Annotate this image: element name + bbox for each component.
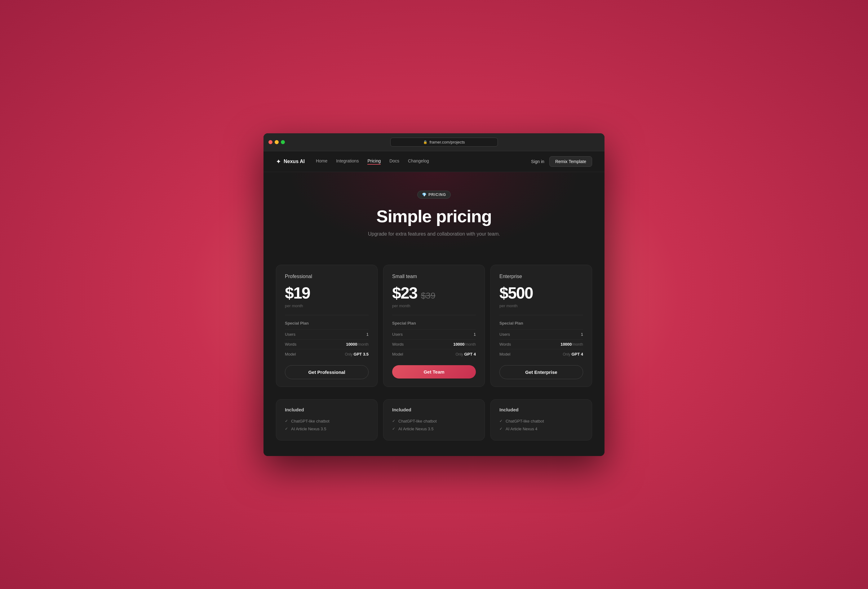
special-plan-label-0: Special Plan	[285, 321, 369, 326]
special-plan-label-1: Special Plan	[392, 321, 476, 326]
feature-users-2: Users 1	[499, 329, 583, 339]
included-professional: Included ✓ ChatGPT-like chatbot ✓ AI Art…	[276, 399, 378, 440]
plan-price-professional: $19	[285, 283, 310, 302]
feature-model-1: Model Only GPT 4	[392, 349, 476, 359]
check-icon: ✓	[285, 419, 288, 423]
included-item-2-0: ✓ ChatGPT-like chatbot	[499, 417, 583, 425]
included-title-2: Included	[499, 407, 583, 412]
cta-professional[interactable]: Get Professional	[285, 365, 369, 379]
included-item-text-0-1: AI Article Nexus 3.5	[291, 427, 326, 431]
plan-price-row-small-team: $23 $39	[392, 283, 476, 302]
browser-window: 🔒 framer.com/projects ✦ Nexus AI Home In…	[264, 133, 604, 456]
check-icon: ✓	[499, 419, 502, 423]
users-label-1: Users	[392, 332, 403, 337]
plan-small-team: Small team $23 $39 per month Special Pla…	[383, 265, 485, 387]
included-item-text-1-1: AI Article Nexus 3.5	[399, 427, 433, 431]
words-label-0: Words	[285, 342, 296, 347]
included-enterprise: Included ✓ ChatGPT-like chatbot ✓ AI Art…	[490, 399, 592, 440]
model-value-0: Only GPT 3.5	[345, 352, 369, 356]
included-cards: Included ✓ ChatGPT-like chatbot ✓ AI Art…	[276, 399, 592, 440]
nav-home[interactable]: Home	[316, 158, 327, 165]
plan-price-original-small-team: $39	[421, 291, 435, 301]
check-icon: ✓	[499, 427, 502, 431]
nav-links: Home Integrations Pricing Docs Changelog	[316, 158, 531, 165]
cta-small-team[interactable]: Get Team	[392, 365, 476, 378]
included-small-team: Included ✓ ChatGPT-like chatbot ✓ AI Art…	[383, 399, 485, 440]
plan-name-enterprise: Enterprise	[499, 274, 583, 279]
included-item-0-1: ✓ AI Article Nexus 3.5	[285, 425, 369, 433]
plan-period-professional: per month	[285, 304, 369, 308]
words-value-1: 10000/month	[453, 342, 476, 347]
url-text: framer.com/projects	[430, 140, 465, 145]
plan-price-enterprise: $500	[499, 283, 533, 302]
included-item-text-2-1: AI Article Nexus 4	[506, 427, 537, 431]
included-item-1-0: ✓ ChatGPT-like chatbot	[392, 417, 476, 425]
maximize-button[interactable]	[281, 140, 285, 144]
plan-period-enterprise: per month	[499, 304, 583, 308]
users-value-2: 1	[581, 332, 583, 337]
feature-words-0: Words 10000/month	[285, 339, 369, 349]
pricing-cards: Professional $19 per month Special Plan …	[276, 265, 592, 387]
plan-period-small-team: per month	[392, 304, 476, 308]
feature-model-0: Model Only GPT 3.5	[285, 349, 369, 359]
users-value-0: 1	[366, 332, 369, 337]
plan-name-small-team: Small team	[392, 274, 476, 279]
check-icon: ✓	[392, 419, 395, 423]
feature-model-2: Model Only GPT 4	[499, 349, 583, 359]
hero-subtitle: Upgrade for extra features and collabora…	[276, 231, 592, 237]
close-button[interactable]	[269, 140, 273, 144]
included-item-0-0: ✓ ChatGPT-like chatbot	[285, 417, 369, 425]
nav-docs[interactable]: Docs	[389, 158, 399, 165]
users-value-1: 1	[474, 332, 476, 337]
plan-price-row-enterprise: $500	[499, 283, 583, 302]
included-item-text-2-0: ChatGPT-like chatbot	[506, 419, 544, 424]
nav-actions: Sign in Remix Template	[531, 156, 592, 167]
check-icon: ✓	[392, 427, 395, 431]
plan-professional: Professional $19 per month Special Plan …	[276, 265, 378, 387]
words-label-2: Words	[499, 342, 511, 347]
hero-title: Simple pricing	[276, 206, 592, 226]
users-label-0: Users	[285, 332, 295, 337]
nav-changelog[interactable]: Changelog	[408, 158, 429, 165]
logo[interactable]: ✦ Nexus AI	[276, 158, 305, 165]
included-item-2-1: ✓ AI Article Nexus 4	[499, 425, 583, 433]
badge-text: PRICING	[428, 192, 446, 197]
model-label-1: Model	[392, 352, 403, 356]
model-value-1: Only GPT 4	[455, 352, 476, 356]
users-label-2: Users	[499, 332, 510, 337]
hero-section: 💎 PRICING Simple pricing Upgrade for ext…	[264, 172, 604, 265]
feature-users-1: Users 1	[392, 329, 476, 339]
included-item-text-0-0: ChatGPT-like chatbot	[291, 419, 329, 424]
cta-enterprise[interactable]: Get Enterprise	[499, 365, 583, 379]
included-item-1-1: ✓ AI Article Nexus 3.5	[392, 425, 476, 433]
model-label-2: Model	[499, 352, 510, 356]
included-section: Included ✓ ChatGPT-like chatbot ✓ AI Art…	[264, 399, 604, 456]
nav-integrations[interactable]: Integrations	[336, 158, 359, 165]
logo-icon: ✦	[276, 158, 281, 165]
model-value-2: Only GPT 4	[562, 352, 583, 356]
special-plan-label-2: Special Plan	[499, 321, 583, 326]
remix-button[interactable]: Remix Template	[549, 156, 592, 167]
plan-enterprise: Enterprise $500 per month Special Plan U…	[490, 265, 592, 387]
plan-price-row-professional: $19	[285, 283, 369, 302]
minimize-button[interactable]	[275, 140, 279, 144]
nav-pricing[interactable]: Pricing	[368, 158, 381, 165]
url-bar[interactable]: 🔒 framer.com/projects	[390, 138, 497, 147]
words-value-0: 10000/month	[346, 342, 369, 347]
lock-icon: 🔒	[423, 140, 428, 144]
plan-name-professional: Professional	[285, 274, 369, 279]
browser-chrome: 🔒 framer.com/projects	[264, 133, 604, 151]
feature-words-1: Words 10000/month	[392, 339, 476, 349]
plan-price-small-team: $23	[392, 283, 417, 302]
pricing-section: Professional $19 per month Special Plan …	[264, 265, 604, 399]
included-title-0: Included	[285, 407, 369, 412]
check-icon: ✓	[285, 427, 288, 431]
badge-icon: 💎	[422, 192, 427, 197]
included-item-text-1-0: ChatGPT-like chatbot	[399, 419, 437, 424]
words-label-1: Words	[392, 342, 404, 347]
feature-words-2: Words 10000/month	[499, 339, 583, 349]
model-label-0: Model	[285, 352, 296, 356]
navigation: ✦ Nexus AI Home Integrations Pricing Doc…	[264, 151, 604, 172]
traffic-lights	[269, 140, 285, 144]
signin-link[interactable]: Sign in	[531, 159, 544, 164]
